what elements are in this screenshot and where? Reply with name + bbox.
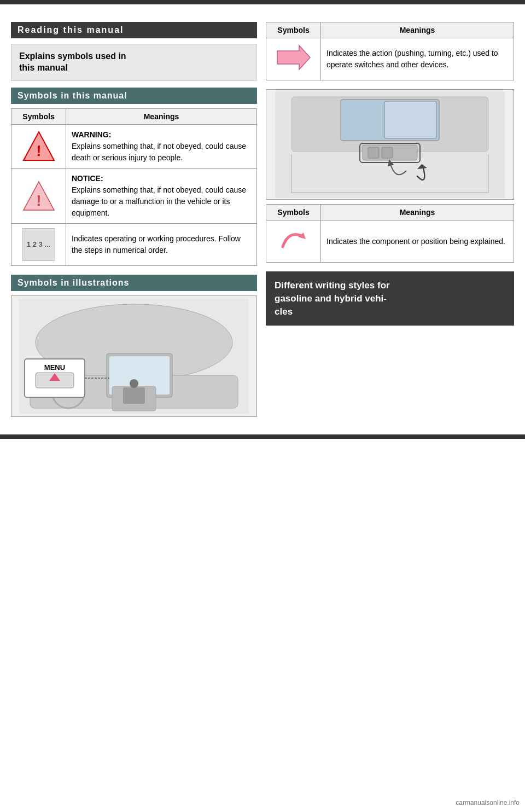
warning-triangle-icon: !: [22, 130, 55, 163]
sunroof-svg: [275, 91, 505, 198]
warning-meaning-cell: WARNING: Explains something that, if not…: [66, 124, 257, 168]
main-header: Reading this manual: [11, 22, 257, 38]
page-layout: Reading this manual Explains symbols use…: [0, 11, 525, 428]
right-table-1: Symbols Meanings Indica: [266, 22, 514, 80]
arrow-curve-icon: [277, 225, 310, 258]
table-row: Indicates the action (pushing, turning, …: [266, 38, 514, 80]
table-row: ! NOTICE: Explains something that, if no…: [11, 168, 257, 223]
notice-triangle-icon: !: [22, 179, 55, 212]
illustrations-header: Symbols in illustrations: [11, 275, 257, 291]
svg-rect-22: [384, 101, 436, 138]
svg-rect-25: [382, 147, 393, 158]
left-column: Reading this manual Explains symbols use…: [11, 22, 257, 417]
table-col-symbols: Symbols: [11, 108, 66, 124]
symbols-manual-header-text: Symbols in this manual: [18, 91, 127, 100]
curve-arrow-meaning-cell: Indicates the component or position bein…: [321, 221, 514, 263]
diff-styles-line3: cles: [275, 306, 293, 317]
right-table-2: Symbols Meanings: [266, 204, 514, 263]
table-row: ! WARNING: Explains something that, if n…: [11, 124, 257, 168]
action-arrow-meaning-cell: Indicates the action (pushing, turning, …: [321, 38, 514, 80]
diff-styles-line1: Different writing styles for: [275, 280, 390, 291]
arrow-right-icon: [275, 43, 313, 76]
steps-symbol-cell: 1 2 3 ...: [11, 223, 66, 265]
top-bar: [0, 0, 525, 4]
symbols-table: Symbols Meanings !: [11, 108, 257, 266]
sunroof-illustration: [266, 90, 514, 199]
curve-arrow-cell: [266, 221, 321, 263]
svg-rect-16: [123, 387, 145, 404]
svg-text:MENU: MENU: [44, 363, 65, 372]
right-table2-col-symbols: Symbols: [266, 205, 321, 221]
right-table1-col-meanings: Meanings: [321, 22, 514, 38]
right-table2-col-meanings: Meanings: [321, 205, 514, 221]
steps-123-icon: 1 2 3 ...: [22, 228, 55, 261]
steps-meaning-cell: Indicates operating or working procedure…: [66, 223, 257, 265]
bottom-bar: [0, 434, 525, 439]
subtitle-line1: Explains symbols used in: [19, 51, 126, 61]
svg-marker-18: [277, 45, 310, 69]
car-interior-svg: MENU: [19, 299, 249, 414]
table-row: 1 2 3 ... Indicates operating or working…: [11, 223, 257, 265]
warning-symbol-cell: !: [11, 124, 66, 168]
car-illustration-box: MENU: [11, 295, 257, 417]
diff-styles-line2: gasoline and hybrid vehi-: [275, 293, 387, 304]
notice-meaning-cell: NOTICE: Explains something that, if not …: [66, 168, 257, 223]
subtitle-box: Explains symbols used in this manual: [11, 44, 257, 81]
right-table1-col-symbols: Symbols: [266, 22, 321, 38]
illustrations-header-text: Symbols in illustrations: [18, 278, 129, 287]
svg-text:!: !: [36, 142, 41, 159]
table-col-meanings: Meanings: [66, 108, 257, 124]
main-header-text: Reading this manual: [18, 25, 124, 34]
table-row: Indicates the component or position bein…: [266, 221, 514, 263]
car-illustration: MENU: [11, 296, 256, 416]
diff-styles-box: Different writing styles for gasoline an…: [266, 271, 514, 326]
subtitle-line2: this manual: [19, 63, 68, 72]
steps-label: 1 2 3 ...: [27, 240, 50, 248]
symbols-manual-header: Symbols in this manual: [11, 88, 257, 104]
action-arrow-cell: [266, 38, 321, 80]
sunroof-illustration-box: [266, 89, 514, 200]
svg-point-17: [130, 379, 138, 388]
notice-symbol-cell: !: [11, 168, 66, 223]
right-column: Symbols Meanings Indica: [266, 22, 514, 417]
watermark: carmanualsonline.info: [456, 799, 520, 807]
svg-rect-24: [368, 147, 379, 158]
svg-text:!: !: [36, 192, 41, 209]
